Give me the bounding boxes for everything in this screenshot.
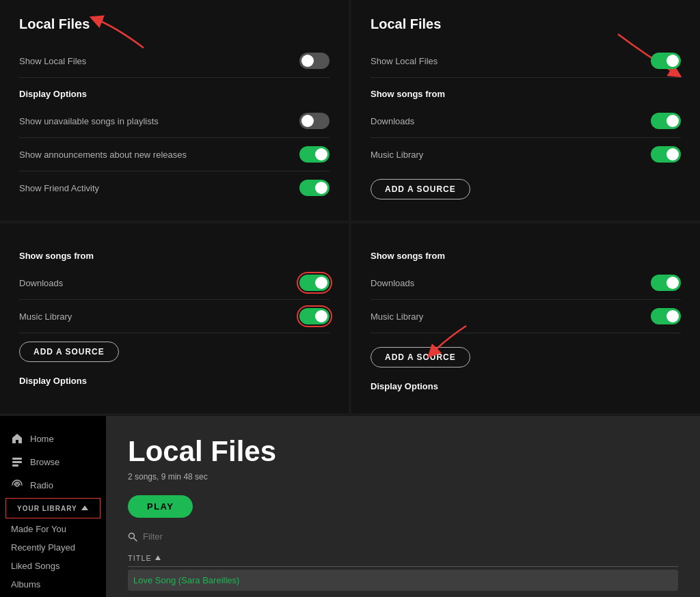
main-content: Local Files 2 songs, 9 min 48 sec PLAY T…	[106, 416, 700, 597]
show-songs-from-label-mid-left: Show songs from	[19, 251, 329, 261]
top-left-panel: Local Files Show Local Files Display Opt…	[0, 0, 349, 221]
sidebar-item-made-for-you[interactable]: Made For You	[0, 520, 106, 538]
downloads-row-mid-right: Downloads	[371, 266, 681, 300]
sort-icon	[154, 555, 161, 561]
browse-icon	[11, 456, 23, 468]
sidebar-item-recently-played[interactable]: Recently Played	[0, 538, 106, 557]
table-row[interactable]: Memories	[128, 591, 678, 597]
sidebar-item-browse[interactable]: Browse	[0, 450, 106, 473]
main-subtitle: 2 songs, 9 min 48 sec	[128, 472, 678, 482]
top-right-panel: Local Files Show Local Files Show songs …	[351, 0, 700, 221]
svg-rect-4	[12, 461, 22, 463]
display-options-label-mid-right: Display Options	[371, 381, 681, 391]
svg-marker-11	[155, 555, 161, 560]
home-icon	[11, 432, 23, 445]
sidebar-item-artists[interactable]: Artists	[0, 594, 106, 597]
show-local-files-toggle-2[interactable]	[651, 53, 681, 69]
top-left-title: Local Files	[19, 16, 329, 32]
home-label: Home	[30, 434, 54, 444]
downloads-row-top-right: Downloads	[371, 105, 681, 138]
top-right-title: Local Files	[371, 16, 681, 32]
play-button[interactable]: PLAY	[128, 495, 193, 518]
song-title-1: Love Song (Sara Bareilles)	[133, 575, 239, 585]
mid-left-panel: Show songs from Downloads Music Library …	[0, 223, 349, 413]
filter-bar	[128, 531, 678, 542]
svg-line-10	[134, 538, 137, 541]
search-icon	[128, 532, 137, 542]
svg-point-6	[16, 484, 18, 486]
svg-marker-7	[81, 505, 88, 510]
sidebar-item-radio[interactable]: Radio	[0, 473, 106, 497]
your-library-label: YOUR LIBRARY	[17, 505, 77, 512]
unavailable-songs-label: Show unavailable songs in playlists	[19, 116, 159, 126]
show-local-files-label-2: Show Local Files	[371, 56, 438, 66]
friend-activity-label: Show Friend Activity	[19, 183, 99, 193]
table-header: TITLE	[128, 550, 678, 567]
sidebar-item-albums[interactable]: Albums	[0, 575, 106, 594]
add-source-button-mid-right[interactable]: ADD A SOURCE	[371, 347, 470, 367]
your-library-section[interactable]: YOUR LIBRARY	[5, 498, 100, 518]
music-library-label-top-right: Music Library	[371, 150, 423, 160]
unavailable-songs-row: Show unavailable songs in playlists	[19, 105, 329, 138]
chevron-up-icon	[81, 504, 89, 512]
friend-activity-toggle[interactable]	[299, 180, 329, 196]
table-row[interactable]: Love Song (Sara Bareilles)	[128, 570, 678, 591]
music-library-row-top-right: Music Library	[371, 138, 681, 171]
title-column-header: TITLE	[128, 554, 152, 562]
browse-label: Browse	[30, 457, 59, 467]
downloads-row-mid-left: Downloads	[19, 266, 329, 300]
show-local-files-row-2: Show Local Files	[371, 44, 681, 78]
music-library-label-mid-right: Music Library	[371, 311, 423, 322]
announcements-label: Show announcements about new releases	[19, 150, 187, 160]
svg-rect-5	[12, 464, 18, 467]
music-library-toggle-top-right[interactable]	[651, 146, 681, 163]
radio-label: Radio	[30, 480, 53, 490]
display-options-label-mid-left: Display Options	[19, 376, 329, 386]
sidebar: Home Browse Radio YOU	[0, 416, 106, 597]
music-library-row-mid-left: Music Library	[19, 300, 329, 333]
music-library-toggle-mid-right[interactable]	[651, 308, 681, 324]
show-local-files-row-1: Show Local Files	[19, 44, 329, 78]
svg-rect-3	[12, 458, 22, 460]
radio-icon	[11, 479, 23, 491]
downloads-toggle-mid-right[interactable]	[651, 275, 681, 291]
downloads-label-top-right: Downloads	[371, 116, 414, 126]
announcements-toggle[interactable]	[299, 146, 329, 163]
downloads-label-mid-left: Downloads	[19, 278, 63, 288]
show-songs-from-label-top-right: Show songs from	[371, 89, 681, 99]
add-source-button-top-right[interactable]: ADD A SOURCE	[371, 179, 470, 199]
sidebar-item-home[interactable]: Home	[0, 427, 106, 450]
announcements-row: Show announcements about new releases	[19, 138, 329, 171]
show-songs-from-label-mid-right: Show songs from	[371, 251, 681, 261]
add-source-button-mid-left[interactable]: ADD A SOURCE	[19, 342, 119, 362]
music-library-label-mid-left: Music Library	[19, 311, 72, 322]
show-local-files-label-1: Show Local Files	[19, 56, 86, 66]
bottom-section: Home Browse Radio YOU	[0, 416, 700, 597]
filter-input[interactable]	[143, 531, 258, 542]
unavailable-songs-toggle[interactable]	[299, 113, 329, 129]
downloads-label-mid-right: Downloads	[371, 278, 414, 288]
display-options-label-1: Display Options	[19, 89, 329, 99]
main-title: Local Files	[128, 435, 678, 468]
music-library-row-mid-right: Music Library	[371, 300, 681, 333]
sidebar-item-liked-songs[interactable]: Liked Songs	[0, 557, 106, 575]
friend-activity-row: Show Friend Activity	[19, 171, 329, 204]
downloads-toggle-mid-left[interactable]	[299, 275, 329, 291]
show-local-files-toggle-1[interactable]	[299, 53, 329, 69]
mid-right-panel: Show songs from Downloads Music Library …	[351, 223, 700, 413]
downloads-toggle-top-right[interactable]	[651, 113, 681, 129]
music-library-toggle-mid-left[interactable]	[299, 308, 329, 324]
